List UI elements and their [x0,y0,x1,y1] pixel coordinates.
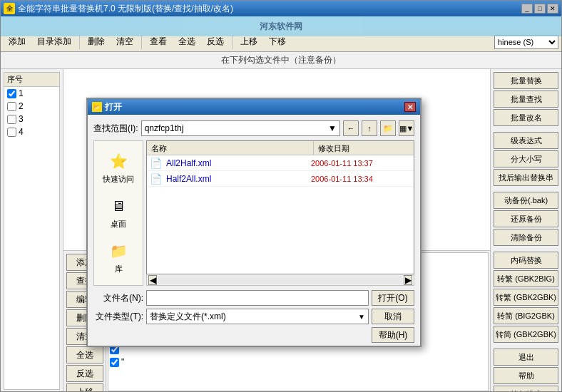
open-file-button[interactable]: 打开(O) [372,290,414,306]
sidebar-library-label: 库 [115,264,123,274]
new-folder-button[interactable]: 📁 [380,120,396,136]
sidebar-desktop-label: 桌面 [111,219,126,229]
desktop-icon: 🖥 [107,195,130,217]
name-column-header: 名称 [147,141,314,155]
file-icon-1: 📄 [150,158,162,169]
window-title: 全能字符串批量替换机7.0 无限制版(替换/查找/抽取/改名) [18,3,521,15]
help-row: 帮助(H) [93,327,414,343]
watermark-bar: 河东软件网 [1,16,561,36]
location-dropdown[interactable]: qnzfcp1thj ▼ [141,120,340,136]
toolbar-divider1 [79,35,80,49]
modal-close-button[interactable]: ✕ [404,102,416,112]
filetype-arrow-icon: ▼ [358,313,365,321]
nav-up-button[interactable]: ↑ [362,120,377,136]
file-date-1: 2006-01-11 13:37 [311,159,411,167]
file-list-container: 名称 修改日期 📄 All2Half.xml 2006-01-11 13:37 [146,140,414,286]
nav-back-button[interactable]: ← [343,120,359,136]
dropdown-arrow-icon: ▼ [328,123,337,133]
file-list[interactable]: 名称 修改日期 📄 All2Half.xml 2006-01-11 13:37 [146,140,414,274]
title-bar: 全 全能字符串批量替换机7.0 无限制版(替换/查找/抽取/改名) _ □ ✕ [1,1,561,16]
scroll-left-button[interactable]: ◀ [148,275,157,285]
location-value: qnzfcp1thj [145,123,184,133]
sidebar-desktop[interactable]: 🖥 桌面 [97,192,140,232]
quick-access-icon: ⭐ [107,150,130,172]
file-item-2[interactable]: 📄 Half2All.xml 2006-01-11 13:34 [147,171,414,187]
dialog-help-button[interactable]: 帮助(H) [372,327,414,343]
close-button[interactable]: ✕ [547,4,558,14]
location-label: 查找范围(I): [93,123,138,135]
filetype-row: 文件类型(T): 替换定义文件(*.xml) ▼ 取消 [93,309,414,324]
cancel-button[interactable]: 取消 [372,309,414,324]
view-button[interactable]: ▦▼ [399,120,414,136]
filename-label: 文件名(N): [93,292,143,304]
modal-title-icon: 📂 [92,102,102,112]
content-wrapper: 序号 1 2 3 4 [1,69,561,392]
file-name-1: All2Half.xml [166,158,311,168]
filename-row: 文件名(N): 打开(O) [93,290,414,306]
sidebar-computer[interactable]: 💻 此电脑 [97,282,140,286]
scroll-track [158,276,402,284]
date-column-header: 修改日期 [314,141,414,155]
main-window: 全 全能字符串批量替换机7.0 无限制版(替换/查找/抽取/改名) _ □ ✕ … [0,0,562,392]
sub-header-text: 在下列勾选文件中（注意备份） [221,54,341,66]
file-icon-2: 📄 [150,173,162,185]
sidebar-library[interactable]: 📁 库 [97,237,140,277]
file-open-dialog: 📂 打开 ✕ 查找范围(I): qnzfcp1thj ▼ ← ↑ [86,98,422,347]
horizontal-scrollbar[interactable]: ◀ ▶ [146,274,414,286]
location-bar: 查找范围(I): qnzfcp1thj ▼ ← ↑ 📁 ▦▼ [93,120,414,136]
filetype-value: 替换定义文件(*.xml) [150,311,226,323]
sub-header: 在下列勾选文件中（注意备份） [1,52,561,69]
modal-title: 打开 [105,101,404,113]
modal-body: 查找范围(I): qnzfcp1thj ▼ ← ↑ 📁 ▦▼ [88,115,420,349]
file-browser: ⭐ 快速访问 🖥 桌面 📁 库 [93,140,414,286]
file-item-1[interactable]: 📄 All2Half.xml 2006-01-11 13:37 [147,155,414,171]
minimize-button[interactable]: _ [521,4,533,14]
modal-overlay: 📂 打开 ✕ 查找范围(I): qnzfcp1thj ▼ ← ↑ [1,69,561,392]
filename-input[interactable] [146,290,369,306]
watermark-text: 河东软件网 [260,21,302,33]
encoding-select[interactable]: hinese (S) [494,35,558,49]
toolbar-divider2 [141,35,142,49]
app-icon: 全 [4,3,15,14]
file-date-2: 2006-01-11 13:34 [311,175,411,183]
file-sidebar: ⭐ 快速访问 🖥 桌面 📁 库 [93,140,143,286]
scroll-right-button[interactable]: ▶ [404,275,412,285]
maximize-button[interactable]: □ [534,4,546,14]
filetype-label: 文件类型(T): [93,311,143,323]
file-list-header: 名称 修改日期 [147,141,414,155]
window-controls: _ □ ✕ [521,4,558,14]
modal-form: 文件名(N): 打开(O) 文件类型(T): 替换定义文件(*.xml) ▼ 取… [93,290,414,343]
file-name-2: Half2All.xml [166,174,311,184]
toolbar-divider3 [232,35,233,49]
modal-title-bar: 📂 打开 ✕ [88,99,420,115]
filetype-select[interactable]: 替换定义文件(*.xml) ▼ [146,309,369,324]
sidebar-quick-access[interactable]: ⭐ 快速访问 [97,147,140,187]
library-icon: 📁 [107,239,130,262]
sidebar-quick-access-label: 快速访问 [103,174,134,185]
computer-icon: 💻 [107,284,130,286]
